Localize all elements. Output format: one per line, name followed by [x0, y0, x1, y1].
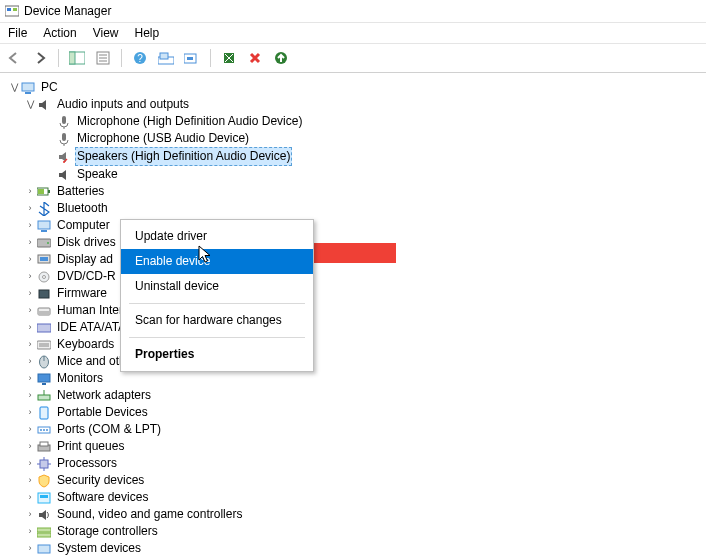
tree-group-security[interactable]: ›Security devices	[8, 472, 706, 489]
expand-icon[interactable]: ›	[24, 455, 36, 472]
tree-label: Sound, video and game controllers	[55, 506, 244, 523]
menu-file[interactable]: File	[0, 24, 35, 42]
menu-action[interactable]: Action	[35, 24, 84, 42]
svg-rect-35	[39, 290, 49, 298]
expand-icon[interactable]: ›	[24, 421, 36, 438]
tree-item-mic-hd[interactable]: Microphone (High Definition Audio Device…	[8, 113, 706, 130]
forward-button[interactable]	[30, 48, 50, 68]
tree-label: Security devices	[55, 472, 146, 489]
tree-group-sound[interactable]: ›Sound, video and game controllers	[8, 506, 706, 523]
svg-rect-39	[37, 341, 51, 349]
expand-icon[interactable]: ›	[24, 217, 36, 234]
bluetooth-icon	[36, 201, 52, 217]
display-icon	[36, 252, 52, 268]
collapse-icon[interactable]: ⋁	[8, 79, 20, 96]
expand-icon[interactable]: ›	[24, 285, 36, 302]
expand-icon[interactable]: ›	[24, 370, 36, 387]
expand-icon[interactable]: ›	[24, 438, 36, 455]
properties-button[interactable]	[93, 48, 113, 68]
expand-icon[interactable]: ›	[24, 268, 36, 285]
tree-label: Software devices	[55, 489, 150, 506]
tree-group-ports[interactable]: ›Ports (COM & LPT)	[8, 421, 706, 438]
expand-icon[interactable]: ›	[24, 319, 36, 336]
svg-rect-46	[38, 395, 50, 400]
update-driver-button[interactable]	[271, 48, 291, 68]
tree-group-audio[interactable]: ⋁ Audio inputs and outputs	[8, 96, 706, 113]
microphone-icon	[56, 131, 72, 147]
expand-icon[interactable]: ›	[24, 540, 36, 555]
tree-group-software[interactable]: ›Software devices	[8, 489, 706, 506]
tree-group-network[interactable]: ›Network adapters	[8, 387, 706, 404]
expand-icon[interactable]: ›	[24, 251, 36, 268]
svg-rect-62	[37, 528, 51, 532]
expand-icon[interactable]: ›	[24, 387, 36, 404]
tree-item-speakers-short[interactable]: Speake	[8, 166, 706, 183]
expand-icon[interactable]: ›	[24, 489, 36, 506]
add-legacy-button[interactable]	[182, 48, 202, 68]
expand-icon[interactable]: ›	[24, 302, 36, 319]
menu-view[interactable]: View	[85, 24, 127, 42]
expand-icon[interactable]: ›	[24, 353, 36, 370]
expand-icon[interactable]: ›	[24, 506, 36, 523]
scan-button[interactable]	[156, 48, 176, 68]
tree-group-print[interactable]: ›Print queues	[8, 438, 706, 455]
svg-rect-28	[41, 230, 47, 232]
tree-label: Keyboards	[55, 336, 116, 353]
context-properties[interactable]: Properties	[121, 342, 313, 367]
tree-group-storage[interactable]: ›Storage controllers	[8, 523, 706, 540]
context-enable-device[interactable]: Enable device	[121, 249, 313, 274]
ide-icon	[36, 320, 52, 336]
printer-icon	[36, 439, 52, 455]
svg-rect-44	[38, 374, 50, 382]
expand-icon[interactable]: ›	[24, 404, 36, 421]
tree-root[interactable]: ⋁ PC	[8, 79, 706, 96]
tree-group-bluetooth[interactable]: ›Bluetooth	[8, 200, 706, 217]
tree-group-hid[interactable]: ›Human Interface Devices	[8, 302, 706, 319]
svg-rect-17	[22, 83, 34, 91]
expand-icon[interactable]: ›	[24, 472, 36, 489]
tree-group-system[interactable]: ›System devices	[8, 540, 706, 555]
speaker-icon	[56, 167, 72, 183]
tree-group-monitors[interactable]: ›Monitors	[8, 370, 706, 387]
tree-group-portable[interactable]: ›Portable Devices	[8, 404, 706, 421]
tree-group-firmware[interactable]: ›Firmware	[8, 285, 706, 302]
tree-group-batteries[interactable]: ›Batteries	[8, 183, 706, 200]
toolbar-separator	[58, 49, 59, 67]
expand-icon[interactable]: ›	[24, 336, 36, 353]
collapse-icon[interactable]: ⋁	[24, 96, 36, 113]
svg-point-34	[43, 275, 46, 278]
expand-icon[interactable]: ›	[24, 183, 36, 200]
disable-button[interactable]	[245, 48, 265, 68]
device-tree[interactable]: ⋁ PC ⋁ Audio inputs and outputs Micropho…	[0, 73, 706, 555]
svg-rect-54	[40, 442, 48, 446]
toolbar-separator	[121, 49, 122, 67]
mouse-icon	[36, 354, 52, 370]
expand-icon[interactable]: ›	[24, 523, 36, 540]
enable-button[interactable]	[219, 48, 239, 68]
context-menu: Update driver Enable device Uninstall de…	[120, 219, 314, 372]
context-uninstall-device[interactable]: Uninstall device	[121, 274, 313, 299]
tree-label: Microphone (High Definition Audio Device…	[75, 113, 304, 130]
expand-icon[interactable]: ›	[24, 200, 36, 217]
context-scan-hardware[interactable]: Scan for hardware changes	[121, 308, 313, 333]
tree-group-mice[interactable]: ›Mice and other pointing devices	[8, 353, 706, 370]
menu-help[interactable]: Help	[127, 24, 168, 42]
tree-label: Portable Devices	[55, 404, 150, 421]
help-button[interactable]: ?	[130, 48, 150, 68]
context-separator	[129, 337, 305, 338]
back-button[interactable]	[4, 48, 24, 68]
tree-root-label: PC	[39, 79, 60, 96]
context-update-driver[interactable]: Update driver	[121, 224, 313, 249]
app-icon	[4, 3, 20, 19]
title-bar: Device Manager	[0, 0, 706, 23]
tree-group-processors[interactable]: ›Processors	[8, 455, 706, 472]
expand-icon[interactable]: ›	[24, 234, 36, 251]
tree-item-mic-usb[interactable]: Microphone (USB Audio Device)	[8, 130, 706, 147]
svg-rect-64	[38, 545, 50, 553]
tree-label: Disk drives	[55, 234, 118, 251]
tree-group-keyboards[interactable]: ›Keyboards	[8, 336, 706, 353]
tree-group-ide[interactable]: ›IDE ATA/ATAPI controllers	[8, 319, 706, 336]
tree-item-speakers-hd[interactable]: Speakers (High Definition Audio Device)	[8, 147, 706, 166]
show-hide-tree-button[interactable]	[67, 48, 87, 68]
tree-label: Network adapters	[55, 387, 153, 404]
